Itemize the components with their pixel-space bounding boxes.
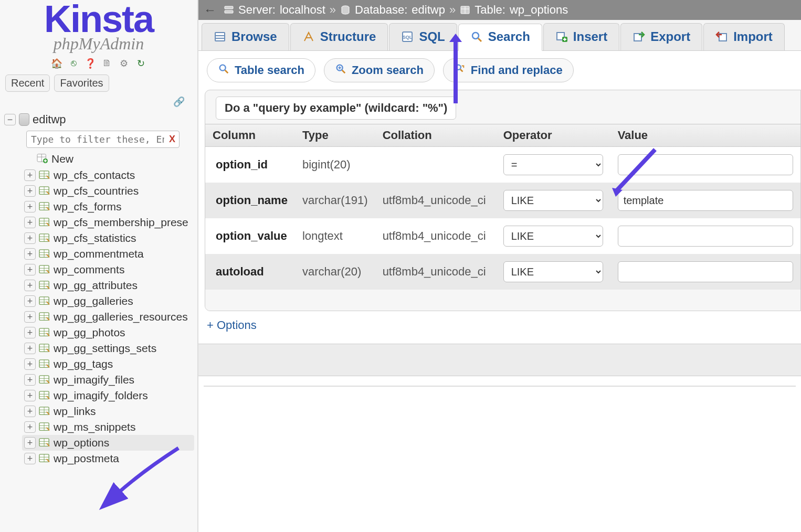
expand-icon[interactable]: + — [24, 406, 36, 417]
table-item[interactable]: +wp_imagify_files — [22, 372, 194, 388]
bottom-bar — [198, 344, 801, 376]
row-collation: utf8mb4_unicode_ci — [375, 183, 496, 218]
tab-search[interactable]: Search — [458, 24, 542, 51]
expand-icon[interactable]: + — [24, 248, 36, 260]
row-column: option_value — [205, 218, 295, 254]
operator-select[interactable]: LIKE — [503, 226, 603, 247]
table-icon — [39, 375, 50, 385]
search-icon — [470, 30, 483, 43]
subtab-table-search[interactable]: Table search — [207, 58, 315, 82]
table-item[interactable]: +wp_postmeta — [22, 451, 194, 466]
operator-select[interactable]: LIKE — [503, 190, 603, 211]
subtab-find-replace[interactable]: Find and replace — [443, 58, 574, 82]
expand-icon[interactable]: + — [24, 264, 36, 275]
table-item[interactable]: +wp_gg_photos — [22, 325, 194, 341]
expand-icon[interactable]: + — [24, 390, 36, 401]
breadcrumb-sep: » — [449, 3, 456, 17]
table-item[interactable]: +wp_gg_attributes — [22, 278, 194, 293]
docs-icon[interactable]: ❓ — [85, 58, 96, 69]
table-icon — [39, 312, 50, 322]
operator-select[interactable]: = — [503, 154, 603, 175]
logout-icon[interactable]: ⎋ — [68, 58, 79, 69]
collapse-icon[interactable]: − — [4, 114, 16, 125]
reload-icon[interactable]: ↻ — [135, 58, 146, 69]
expand-icon[interactable]: + — [24, 453, 36, 464]
table-item[interactable]: +wp_commentmeta — [22, 246, 194, 262]
expand-icon[interactable]: + — [24, 280, 36, 291]
table-name: wp_options — [54, 437, 109, 449]
table-item[interactable]: +wp_cfs_contacts — [22, 167, 194, 183]
options-toggle[interactable]: + Options — [198, 311, 801, 342]
expand-icon[interactable]: + — [24, 217, 36, 228]
value-input[interactable] — [618, 226, 793, 247]
database-icon — [340, 5, 351, 15]
favorites-tab[interactable]: Favorites — [54, 75, 109, 92]
row-collation: utf8mb4_unicode_ci — [375, 218, 496, 254]
breadcrumb-table[interactable]: wp_options — [510, 3, 568, 17]
expand-icon[interactable]: + — [24, 295, 36, 307]
navigation-tree: − editwp X New +wp_cfs_contacts+wp_c — [0, 110, 197, 532]
table-filter-input[interactable] — [26, 131, 180, 148]
table-item[interactable]: +wp_imagify_folders — [22, 388, 194, 403]
tab-import[interactable]: Import — [703, 23, 785, 50]
table-item[interactable]: +wp_gg_settings_sets — [22, 341, 194, 356]
value-input[interactable] — [618, 154, 793, 175]
expand-icon[interactable]: + — [24, 374, 36, 386]
expand-icon[interactable]: + — [24, 232, 36, 244]
table-icon — [39, 186, 50, 196]
expand-icon[interactable]: + — [24, 201, 36, 212]
expand-icon[interactable]: + — [24, 169, 36, 181]
table-item[interactable]: +wp_cfs_countries — [22, 183, 194, 199]
table-name: wp_gg_photos — [54, 326, 125, 339]
sql-icon[interactable]: 🗎 — [101, 58, 113, 69]
breadcrumb-server[interactable]: localhost — [280, 3, 325, 17]
table-name: wp_gg_galleries — [54, 295, 133, 307]
table-item[interactable]: +wp_cfs_statistics — [22, 230, 194, 246]
home-icon[interactable]: 🏠 — [51, 58, 62, 69]
expand-icon[interactable]: + — [24, 327, 36, 338]
expand-icon[interactable]: + — [24, 343, 36, 354]
expand-icon[interactable]: + — [24, 421, 36, 433]
svg-line-99 — [225, 70, 228, 73]
tab-export[interactable]: Export — [620, 23, 702, 50]
tab-insert[interactable]: Insert — [543, 23, 619, 50]
collapse-link-icon[interactable]: 🔗 — [0, 95, 197, 110]
expand-icon[interactable]: + — [24, 437, 36, 449]
tab-browse[interactable]: Browse — [202, 23, 289, 50]
table-item[interactable]: +wp_ms_snippets — [22, 419, 194, 435]
search-row: option_namevarchar(191)utf8mb4_unicode_c… — [205, 183, 800, 218]
value-input[interactable] — [618, 261, 793, 282]
tab-structure[interactable]: Structure — [290, 23, 388, 50]
table-icon — [39, 422, 50, 432]
sidebar: Kinsta phpMyAdmin 🏠 ⎋ ❓ 🗎 ⚙ ↻ Recent Fav… — [0, 0, 198, 532]
search-criteria-table: Column Type Collation Operator Value opt… — [205, 124, 800, 290]
table-item[interactable]: +wp_gg_galleries — [22, 293, 194, 309]
expand-icon[interactable]: + — [24, 311, 36, 323]
database-node[interactable]: − editwp — [3, 112, 194, 129]
clear-filter-icon[interactable]: X — [169, 134, 175, 145]
expand-icon[interactable]: + — [24, 358, 36, 370]
back-icon[interactable]: ← — [204, 3, 219, 17]
svg-line-93 — [478, 38, 481, 41]
value-input[interactable] — [618, 190, 793, 211]
table-item[interactable]: +wp_gg_tags — [22, 356, 194, 372]
table-item[interactable]: +wp_links — [22, 403, 194, 419]
new-table-item[interactable]: New — [22, 151, 194, 167]
recent-tab[interactable]: Recent — [5, 75, 50, 92]
table-item[interactable]: +wp_cfs_forms — [22, 199, 194, 215]
table-item[interactable]: +wp_options — [22, 435, 194, 451]
search-icon — [218, 63, 229, 78]
table-name: wp_postmeta — [54, 452, 119, 465]
table-item[interactable]: +wp_cfs_membership_prese — [22, 215, 194, 230]
settings-icon[interactable]: ⚙ — [118, 58, 130, 69]
operator-select[interactable]: LIKE — [503, 261, 603, 282]
table-name: wp_comments — [54, 263, 124, 276]
breadcrumb-database[interactable]: editwp — [412, 3, 445, 17]
table-item[interactable]: +wp_comments — [22, 262, 194, 278]
subtab-zoom-search[interactable]: Zoom search — [324, 58, 435, 82]
table-item[interactable]: +wp_gg_galleries_resources — [22, 309, 194, 325]
expand-icon[interactable]: + — [24, 185, 36, 197]
tab-sql[interactable]: SQL SQL — [389, 23, 457, 50]
subtab-label: Zoom search — [352, 63, 424, 77]
row-collation — [375, 147, 496, 183]
